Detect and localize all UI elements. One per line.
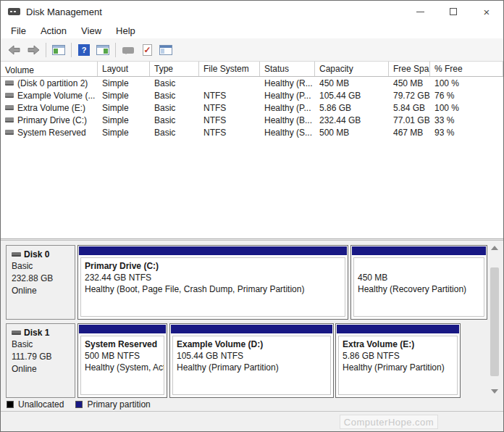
disk-0-row: Disk 0 Basic 232.88 GB Online Primary Dr… — [1, 245, 503, 320]
partition-status: Healthy (System, Act — [85, 362, 160, 373]
volume-list-header: Volume Layout Type File System Status Ca… — [1, 62, 503, 77]
cell-pct-free: 93 % — [430, 128, 503, 138]
partition-system-reserved[interactable]: System Reserved 500 MB NTFS Healthy (Sys… — [77, 323, 167, 398]
cell-free-space: 77.01 GB — [389, 115, 430, 125]
partition-color-bar — [171, 325, 332, 333]
help-button[interactable]: ? — [75, 41, 93, 59]
cell-capacity: 105.44 GB — [315, 91, 389, 101]
partition-title: System Reserved — [85, 338, 160, 350]
partition-extra-volume-e[interactable]: Extra Volume (E:) 5.86 GB NTFS Healthy (… — [335, 323, 461, 398]
cell-status: Healthy (P... — [260, 91, 315, 101]
cell-status: Healthy (P... — [260, 103, 315, 113]
disk-state: Online — [12, 364, 75, 375]
partition-detail: 232.44 GB NTFS — [85, 272, 341, 283]
disk-size: 111.79 GB — [12, 352, 75, 362]
cell-type: Basic — [150, 91, 199, 101]
cell-file-system: NTFS — [199, 91, 260, 101]
column-header-pct-free[interactable]: % Free — [430, 62, 503, 76]
close-button[interactable]: × — [470, 1, 503, 22]
close-icon: × — [484, 7, 490, 17]
back-icon — [8, 45, 21, 55]
cell-type: Basic — [150, 115, 199, 125]
menu-bar: File Action View Help — [1, 22, 503, 38]
column-header-volume[interactable]: Volume — [1, 62, 98, 76]
cell-layout: Simple — [98, 128, 150, 138]
disk-0-label[interactable]: Disk 0 Basic 232.88 GB Online — [6, 245, 75, 320]
cell-capacity: 500 MB — [315, 128, 389, 138]
properties-pane-button[interactable] — [157, 41, 175, 59]
menu-file[interactable]: File — [4, 24, 33, 38]
properties-pane-icon — [159, 45, 172, 55]
scroll-down-icon[interactable] — [491, 389, 498, 394]
column-header-layout[interactable]: Layout — [98, 62, 150, 76]
minimize-icon — [416, 12, 424, 12]
partition-detail: 500 MB NTFS — [85, 350, 160, 362]
partition-example-volume-d[interactable]: Example Volume (D:) 105.44 GB NTFS Healt… — [169, 323, 334, 398]
legend-bar: Unallocated Primary partition — [1, 398, 503, 412]
action-pane-icon — [96, 45, 109, 55]
help-icon: ? — [78, 44, 90, 56]
partition-status: Healthy (Recovery Partition) — [358, 283, 480, 295]
table-row[interactable]: Example Volume (... Simple Basic NTFS He… — [1, 89, 503, 101]
partition-recovery[interactable]: 450 MB Healthy (Recovery Partition) — [350, 245, 487, 320]
column-header-free-space[interactable]: Free Spa... — [389, 62, 430, 76]
table-row[interactable]: Primary Drive (C:) Simple Basic NTFS Hea… — [1, 114, 503, 126]
table-row[interactable]: System Reserved Simple Basic NTFS Health… — [1, 126, 503, 138]
cell-free-space: 5.84 GB — [389, 103, 430, 113]
disk-icon — [12, 252, 21, 257]
table-row[interactable]: Extra Volume (E:) Simple Basic NTFS Heal… — [1, 101, 503, 114]
check-document-button[interactable] — [138, 41, 156, 59]
menu-help[interactable]: Help — [109, 24, 143, 38]
column-header-file-system[interactable]: File System — [199, 62, 260, 76]
disk-management-window: Disk Management × File Action View Help … — [0, 0, 504, 432]
toolbar-separator — [71, 43, 72, 57]
partition-detail: 450 MB — [358, 272, 480, 283]
column-header-type[interactable]: Type — [150, 62, 199, 76]
toolbar-separator — [46, 43, 46, 57]
disk-management-app-icon — [8, 7, 20, 17]
cell-status: Healthy (B... — [260, 115, 315, 125]
show-console-tree-button[interactable] — [50, 41, 67, 59]
toolbar: ? — [1, 38, 503, 62]
cell-layout: Simple — [98, 91, 150, 101]
cell-file-system: NTFS — [199, 115, 260, 125]
status-bar: ComputerHope.com — [1, 412, 503, 431]
partition-primary-drive-c[interactable]: Primary Drive (C:) 232.44 GB NTFS Health… — [77, 245, 348, 320]
menu-view[interactable]: View — [74, 24, 109, 38]
menu-action[interactable]: Action — [33, 24, 74, 38]
volume-name: Primary Drive (C:) — [17, 115, 87, 125]
cell-type: Basic — [150, 103, 199, 113]
partition-title — [358, 260, 480, 272]
table-row[interactable]: (Disk 0 partition 2) Simple Basic Health… — [1, 77, 503, 89]
column-header-status[interactable]: Status — [260, 62, 315, 76]
back-button[interactable] — [6, 41, 23, 59]
disk-icon — [12, 331, 21, 335]
cell-pct-free: 100 % — [430, 78, 503, 88]
partition-color-bar — [337, 325, 459, 333]
column-header-capacity[interactable]: Capacity — [315, 62, 389, 76]
partition-title: Primary Drive (C:) — [85, 260, 341, 272]
partition-status: Healthy (Primary Partition) — [177, 362, 327, 373]
scroll-up-icon[interactable] — [491, 246, 498, 250]
disk-name: Disk 1 — [24, 328, 49, 338]
partition-status: Healthy (Primary Partition) — [343, 362, 453, 373]
maximize-button[interactable] — [437, 1, 470, 22]
check-document-icon — [143, 44, 152, 56]
scrollbar-thumb[interactable] — [490, 267, 499, 376]
partition-color-bar — [79, 325, 166, 333]
console-tree-icon — [52, 45, 65, 55]
partition-title: Extra Volume (E:) — [343, 338, 453, 350]
partition-status: Healthy (Boot, Page File, Crash Dump, Pr… — [85, 283, 341, 295]
popup-tool-button[interactable] — [119, 41, 137, 59]
minimize-button[interactable] — [403, 1, 437, 22]
volume-icon — [5, 93, 14, 98]
show-action-pane-button[interactable] — [94, 41, 112, 59]
forward-button[interactable] — [25, 41, 42, 59]
disk-name: Disk 0 — [24, 249, 49, 259]
cell-free-space: 450 MB — [389, 78, 430, 88]
vertical-scrollbar[interactable] — [490, 243, 500, 396]
disk-1-label[interactable]: Disk 1 Basic 111.79 GB Online — [6, 323, 75, 398]
popup-icon — [122, 47, 134, 54]
cell-status: Healthy (S... — [260, 128, 315, 138]
disk-kind: Basic — [12, 339, 75, 350]
